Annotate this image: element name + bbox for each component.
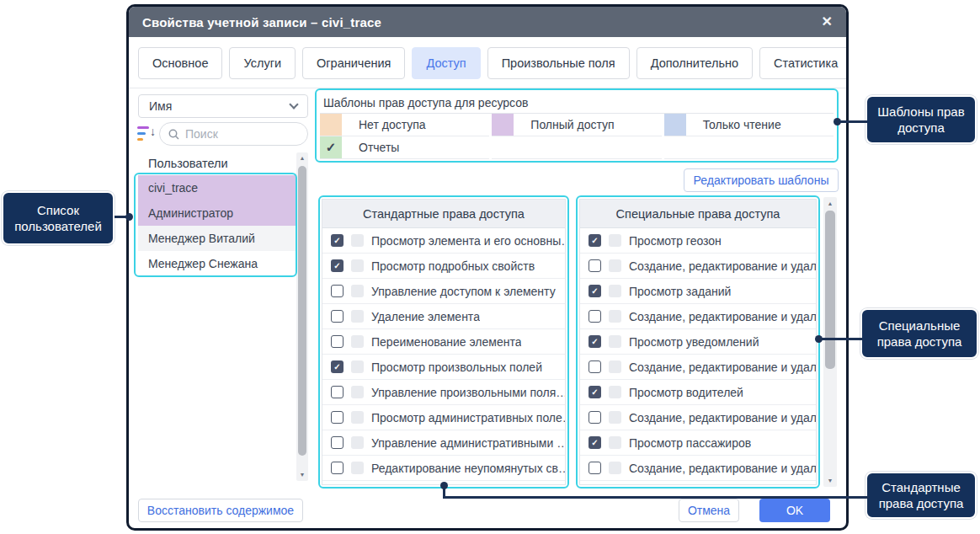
connector-line <box>443 496 869 499</box>
rights-row[interactable]: Просмотр административных поле… <box>322 405 565 430</box>
tab-услуги[interactable]: Услуги <box>229 47 296 79</box>
tab-доступ[interactable]: Доступ <box>412 47 480 79</box>
name-filter-select[interactable]: Имя <box>138 94 308 118</box>
checkbox-checked-icon[interactable]: ✓ <box>589 436 601 449</box>
scroll-down-icon[interactable]: ▼ <box>296 469 308 481</box>
scroll-up-icon[interactable]: ▲ <box>296 152 308 164</box>
legend-cell[interactable]: Нет доступа <box>320 114 489 136</box>
rights-row[interactable]: Создание, редактирование и удале… <box>580 254 816 279</box>
rights-row[interactable]: Создание, редактирование и удале… <box>580 405 816 430</box>
scroll-down-icon[interactable]: ▼ <box>823 474 837 487</box>
search-input[interactable] <box>185 127 299 141</box>
scroll-up-icon[interactable]: ▲ <box>823 197 837 210</box>
checkbox-unchecked-icon[interactable] <box>589 259 601 272</box>
rights-row[interactable]: Удаление элемента <box>322 304 565 329</box>
user-list-item[interactable]: Администратор <box>138 200 296 226</box>
checkbox-unchecked-icon[interactable] <box>589 462 601 474</box>
checkbox-checked-icon[interactable]: ✓ <box>331 259 344 272</box>
connector-line <box>820 338 862 340</box>
standard-rights-header: Стандартные права доступа <box>322 200 565 228</box>
tab-основное[interactable]: Основное <box>138 47 222 79</box>
tab-дополнительно[interactable]: Дополнительно <box>636 47 753 79</box>
checkbox-disabled-icon <box>351 436 364 449</box>
legend-cell[interactable]: Только чтение <box>664 114 834 136</box>
checkbox-unchecked-icon[interactable] <box>331 335 344 348</box>
tab-произвольные-поля[interactable]: Произвольные поля <box>487 47 630 79</box>
legend-cell-empty[interactable] <box>492 136 661 159</box>
checkbox-checked-icon[interactable]: ✓ <box>589 285 601 297</box>
checkbox-unchecked-icon[interactable] <box>331 285 344 297</box>
dialog-titlebar: Свойства учетной записи – civi_trace ✕ <box>129 7 846 37</box>
callout-special-rights: Специальные права доступа <box>860 308 978 359</box>
checkbox-unchecked-icon[interactable] <box>589 310 601 323</box>
rights-row-label: Просмотр геозон <box>629 234 722 248</box>
callout-access-templates: Шаблоны прав доступа <box>865 95 977 144</box>
checkbox-unchecked-icon[interactable] <box>589 411 601 424</box>
checkbox-unchecked-icon[interactable] <box>331 462 344 474</box>
tab-ограничения[interactable]: Ограничения <box>302 47 405 79</box>
rights-row[interactable]: ✓Просмотр подробных свойств <box>322 254 565 279</box>
rights-row[interactable]: ✓Просмотр геозон <box>580 228 816 254</box>
rights-row-label: Создание, редактирование и удале… <box>629 310 816 323</box>
rights-row[interactable]: ✓Просмотр заданий <box>580 279 816 304</box>
rights-row[interactable]: ✓Просмотр уведомлений <box>580 329 816 355</box>
rights-row[interactable]: Создание, редактирование и удале… <box>580 355 816 380</box>
checkbox-disabled-icon <box>609 335 621 348</box>
rights-row[interactable]: ✓Просмотр элемента и его основны… <box>322 228 565 254</box>
rights-row[interactable]: ✓Просмотр произвольных полей <box>322 355 565 380</box>
checkbox-disabled-icon <box>609 462 621 474</box>
user-list-scrollbar[interactable]: ▲ ▼ <box>296 152 308 481</box>
scrollbar-thumb[interactable] <box>298 166 306 456</box>
rights-row[interactable]: Управление доступом к элементу <box>322 279 565 304</box>
scrollbar-thumb[interactable] <box>825 211 835 369</box>
restore-contents-button[interactable]: Восстановить содержимое <box>138 499 303 522</box>
sort-icon[interactable]: ↓ <box>137 125 156 142</box>
checkbox-unchecked-icon[interactable] <box>331 411 344 424</box>
legend-cell[interactable]: ✓Отчеты <box>320 136 489 159</box>
chevron-down-icon <box>289 99 298 109</box>
rights-row[interactable]: Создание, редактирование и удале… <box>580 304 816 329</box>
legend-label: Отчеты <box>359 141 399 154</box>
user-list-item[interactable]: Менеджер Виталий <box>138 226 296 251</box>
connector-dot <box>125 213 133 221</box>
tab-статистика[interactable]: Статистика <box>759 47 849 79</box>
rights-row-label: Переименование элемента <box>371 335 521 349</box>
checkbox-checked-icon[interactable]: ✓ <box>589 335 601 348</box>
checkbox-unchecked-icon[interactable] <box>589 360 601 373</box>
ok-button[interactable]: OK <box>759 499 830 522</box>
rights-row[interactable]: Переименование элемента <box>322 329 565 355</box>
rights-row[interactable]: ✓Просмотр пассажиров <box>580 430 816 456</box>
checkbox-checked-icon[interactable]: ✓ <box>331 234 344 247</box>
dialog-content: Имя ↓ Пользователи civi_traceАдминистрат… <box>129 88 846 528</box>
rights-scrollbar[interactable]: ▲ ▼ <box>823 197 837 487</box>
connector-line <box>837 120 867 123</box>
checkbox-disabled-icon <box>351 234 364 247</box>
edit-templates-button[interactable]: Редактировать шаблоны <box>684 168 839 192</box>
search-box[interactable] <box>159 122 308 146</box>
checkbox-disabled-icon <box>609 259 621 272</box>
rights-row-label: Просмотр элемента и его основны… <box>371 234 565 248</box>
rights-row[interactable]: ✓Просмотр водителей <box>580 380 816 405</box>
user-list-item[interactable]: civi_trace <box>138 175 296 200</box>
rights-row[interactable]: Управление административными … <box>322 430 565 456</box>
checkbox-unchecked-icon[interactable] <box>331 310 344 323</box>
cancel-button[interactable]: Отмена <box>679 499 739 522</box>
close-icon[interactable]: ✕ <box>822 15 833 29</box>
checkbox-unchecked-icon[interactable] <box>331 386 344 398</box>
checkbox-checked-icon[interactable]: ✓ <box>331 360 344 373</box>
checkbox-checked-icon[interactable]: ✓ <box>589 386 601 398</box>
user-list-item[interactable]: Менеджер Снежана <box>138 251 296 276</box>
legend-cell[interactable]: Полный доступ <box>492 114 661 136</box>
rights-row[interactable]: Создание, редактирование и удале… <box>580 456 816 481</box>
checkbox-checked-icon[interactable]: ✓ <box>589 234 601 247</box>
rights-row-label: Создание, редактирование и удале… <box>629 411 816 425</box>
special-rights-list: ✓Просмотр геозонСоздание, редактирование… <box>580 228 816 485</box>
legend-cell-empty[interactable] <box>664 136 834 159</box>
checkbox-unchecked-icon[interactable] <box>331 436 344 449</box>
rights-row[interactable]: П <box>580 481 816 485</box>
rights-row-label: Просмотр административных поле… <box>371 411 565 425</box>
rights-row[interactable]: Управление произвольными поля… <box>322 380 565 405</box>
rights-row[interactable]: Редактирование неупомянутых св… <box>322 456 565 481</box>
user-list-header: Пользователи <box>138 152 308 174</box>
checkbox-disabled-icon <box>609 386 621 398</box>
